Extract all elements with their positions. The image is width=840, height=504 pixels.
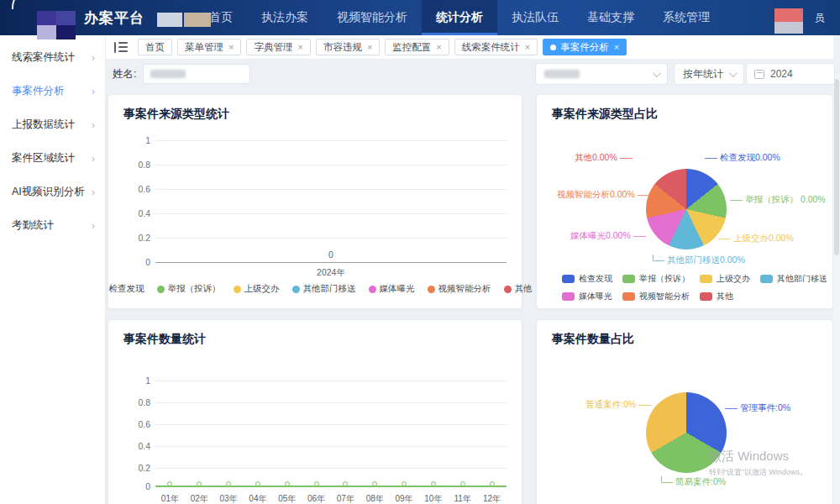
sidebar-item-clue-case-stats[interactable]: 线索案件统计› [0, 40, 105, 74]
tab-dictionary-management[interactable]: 字典管理× [246, 39, 310, 55]
data-point[interactable] [431, 481, 436, 486]
legend-item[interactable]: 上级交办 [234, 283, 280, 295]
legend-item[interactable]: 媒体曝光 [562, 291, 612, 302]
legend-item[interactable]: 其他 [504, 283, 533, 295]
close-tab-icon[interactable]: × [436, 42, 441, 52]
y-tick: 0.4 [118, 208, 150, 218]
avatar[interactable] [774, 8, 803, 34]
chevron-right-icon: › [92, 219, 95, 232]
close-tab-icon[interactable]: × [367, 42, 372, 52]
x-tick: 10年 [418, 493, 448, 504]
y-tick: 0.2 [118, 233, 150, 243]
x-tick: 07年 [331, 493, 360, 504]
x-tick: 04年 [243, 493, 272, 504]
x-axis-labels: 01年02年 03年04年 05年06年 07年08年 09年10年 11年12… [155, 493, 507, 504]
data-point[interactable] [490, 481, 495, 486]
legend-item[interactable]: 其他部门移送 [760, 273, 827, 285]
sidebar-item-case-region-stats[interactable]: 案件区域统计› [0, 141, 105, 175]
data-point[interactable] [314, 481, 319, 486]
legend-item[interactable]: 举报（投诉） [157, 283, 221, 295]
tab-clue-case-stats[interactable]: 线索案件统计× [454, 39, 538, 55]
nav-item-law-enforcement[interactable]: 执法办案 [247, 0, 323, 35]
tab-menu-management[interactable]: 菜单管理× [177, 39, 241, 55]
name-input[interactable] [143, 64, 250, 84]
data-point[interactable] [197, 481, 202, 486]
y-tick: 0 [118, 257, 150, 267]
data-point[interactable] [460, 481, 465, 486]
nav-item-home[interactable]: 首页 [195, 0, 247, 35]
data-point[interactable] [255, 481, 260, 486]
data-point[interactable] [372, 481, 377, 486]
user-area: 员 [774, 0, 825, 35]
filter-bar: 姓名: 按年统计 2024 [106, 59, 833, 89]
bar-value-label: 0 [155, 249, 507, 260]
pie-callout-media: 媒体曝光0.00% [570, 230, 646, 242]
chevron-right-icon: › [92, 85, 95, 97]
data-point[interactable] [285, 481, 290, 486]
collapse-menu-icon[interactable] [114, 42, 128, 53]
close-tab-icon[interactable]: × [228, 42, 234, 52]
legend-item[interactable]: 上级交办 [700, 273, 750, 285]
x-tick: 12年 [477, 493, 507, 504]
stat-mode-select[interactable]: 按年统计 [674, 63, 744, 85]
x-tick: 08年 [360, 493, 390, 504]
nav-item-statistics[interactable]: 统计分析 [422, 0, 497, 35]
data-point[interactable] [167, 481, 172, 486]
legend-item[interactable]: 视频智能分析 [622, 291, 690, 302]
tab-monitor-config[interactable]: 监控配置× [385, 39, 449, 55]
close-tab-icon[interactable]: × [614, 42, 619, 52]
nav-item-system-management[interactable]: 系统管理 [648, 0, 724, 35]
scrollbar-thumb[interactable] [834, 79, 839, 255]
tab-city-violations[interactable]: 市容违规× [316, 39, 380, 55]
data-point[interactable] [226, 481, 231, 486]
tab-home[interactable]: 首页 [138, 39, 172, 55]
top-nav-menu: 首页 执法办案 视频智能分析 统计分析 执法队伍 基础支撑 系统管理 [195, 0, 724, 35]
nav-item-teams[interactable]: 执法队伍 [497, 0, 573, 35]
pie-callout-other-dept: 其他部门移送0.00% [653, 255, 745, 266]
sidebar-item-report-data-stats[interactable]: 上报数据统计› [0, 108, 105, 141]
nav-item-basic-support[interactable]: 基础支撑 [573, 0, 648, 35]
sidebar-item-case-analysis[interactable]: 事案件分析› [0, 74, 105, 108]
legend-item[interactable]: 其他 [700, 291, 733, 302]
year-date-picker[interactable]: 2024 [746, 63, 835, 85]
close-tab-icon[interactable]: × [297, 42, 302, 52]
close-tab-icon[interactable]: × [525, 42, 530, 52]
x-tick: 01年 [155, 493, 185, 504]
chevron-right-icon: › [92, 186, 95, 198]
x-tick: 2024年 [155, 267, 507, 279]
data-point[interactable] [402, 481, 407, 486]
logo-redacted [37, 11, 76, 39]
legend-item[interactable]: 视频智能分析 [428, 283, 491, 295]
chevron-right-icon: › [92, 152, 95, 165]
logo-text-redacted [157, 13, 182, 27]
filter-select[interactable] [535, 63, 668, 85]
legend-item[interactable]: 媒体曝光 [369, 283, 415, 295]
chevron-down-icon [653, 69, 661, 77]
chart-title: 事案件来源类型统计 [123, 107, 229, 122]
x-tick: 11年 [448, 493, 477, 504]
sidebar-item-ai-video-analysis[interactable]: AI视频识别分析› [0, 175, 105, 208]
chart-title: 事案件数量占比 [552, 332, 634, 347]
sidebar-item-attendance-stats[interactable]: 考勤统计› [0, 208, 105, 242]
nav-item-video-analysis[interactable]: 视频智能分析 [323, 0, 422, 35]
panel-source-type-stats: 事案件来源类型统计 1 0.8 0.6 0.4 0.2 0 0 2024年 检查… [108, 94, 522, 309]
data-point[interactable] [343, 481, 348, 486]
username-text[interactable]: 员 [815, 11, 825, 25]
tabbar: 首页 菜单管理× 字典管理× 市容违规× 监控配置× 线索案件统计× 事案件分析… [106, 35, 833, 59]
tab-case-analysis[interactable]: 事案件分析× [543, 39, 627, 55]
x-tick: 02年 [185, 493, 214, 504]
legend-item[interactable]: 举报（投诉） [622, 273, 690, 285]
redacted-text [150, 70, 186, 78]
redacted-text [544, 70, 580, 78]
x-tick: 06年 [302, 493, 331, 504]
calendar-icon [754, 70, 764, 79]
pie-callout-inspection: 检查发现0.00% [705, 152, 780, 164]
chevron-right-icon: › [92, 51, 95, 64]
source-type-pie-chart[interactable] [646, 169, 727, 249]
pie-callout-video-analysis: 视频智能分析0.00% [557, 189, 650, 201]
windows-activation-watermark: 激活 Windows 转到“设置”以激活 Windows。 [709, 449, 807, 478]
panel-source-type-pie: 事案件来源类型占比 其他0.00% 检查发现0.00% 视频智能分析0.00% … [536, 94, 833, 309]
legend-item[interactable]: 其他部门移送 [292, 283, 356, 295]
vertical-scrollbar[interactable] [833, 74, 840, 504]
legend-item[interactable]: 检查发现 [562, 273, 612, 285]
